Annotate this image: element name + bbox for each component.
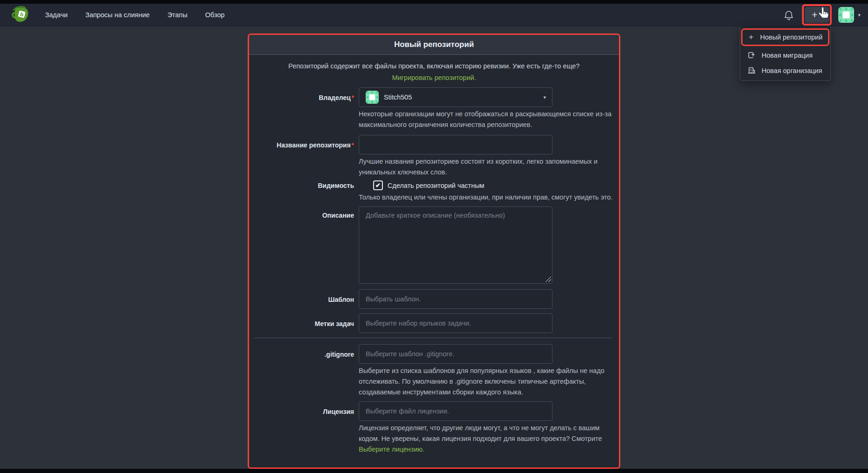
description-row: Описание xyxy=(249,207,619,284)
description-label-text: Описание xyxy=(322,212,354,219)
required-asterisk: * xyxy=(352,94,354,101)
gitignore-input[interactable] xyxy=(359,344,552,364)
license-input[interactable] xyxy=(359,401,552,421)
owner-row: Владелец* Stitch505 ▾ xyxy=(249,87,619,130)
required-asterisk: * xyxy=(352,141,354,149)
intro-text: Репозиторий содержит все файлы проекта, … xyxy=(289,62,580,70)
owner-value: Stitch505 xyxy=(384,93,412,101)
gitea-logo-icon[interactable]: b xyxy=(9,6,30,24)
chevron-down-icon: ▾ xyxy=(820,13,822,18)
create-dropdown-menu: + Новый репозиторий Новая миграция Новая… xyxy=(740,27,831,81)
chevron-down-icon: ▾ xyxy=(858,13,861,18)
avatar[interactable] xyxy=(838,7,854,23)
annotation-box-new-repository: + Новый репозиторий xyxy=(741,28,829,46)
gitignore-help: Выберите из списка шаблонов для популярн… xyxy=(359,366,615,398)
nav-link-issues[interactable]: Задачи xyxy=(36,11,77,19)
repo-name-help: Лучшие названия репозиториев состоят из … xyxy=(359,156,615,178)
issue-labels-input[interactable] xyxy=(359,313,552,333)
description-label: Описание xyxy=(249,207,359,284)
license-label: Лицензия xyxy=(249,401,359,455)
resize-handle[interactable] xyxy=(546,276,551,282)
template-label-text: Шаблон xyxy=(328,296,354,303)
create-new-button[interactable]: + ▾ xyxy=(805,7,829,23)
organization-icon xyxy=(747,67,756,74)
gitignore-label: .gitignore xyxy=(249,344,359,398)
form-title: Новый репозиторий xyxy=(249,35,619,55)
menu-item-label: Новая организация xyxy=(762,67,822,74)
owner-avatar xyxy=(366,91,379,104)
issue-labels-label: Метки задач xyxy=(249,313,359,333)
check-icon: ✔ xyxy=(375,182,381,189)
repo-name-label: Название репозитория* xyxy=(249,135,359,178)
menu-item-new-migration[interactable]: Новая миграция xyxy=(740,47,830,63)
plus-icon: + xyxy=(812,10,817,20)
visibility-row: Видимость ✔ Сделать репозиторий частным … xyxy=(249,180,619,203)
issue-labels-row: Метки задач xyxy=(249,313,619,333)
visibility-help: Только владелец или члены организации, п… xyxy=(359,192,615,203)
license-help-text: Лицензия определяет, что другие люди мог… xyxy=(359,424,602,442)
migrate-repository-link[interactable]: Мигрировать репозиторий. xyxy=(392,74,476,81)
owner-label-text: Владелец xyxy=(319,94,351,101)
gitignore-row: .gitignore Выберите из списка шаблонов д… xyxy=(249,344,619,398)
window-top-edge xyxy=(0,0,868,4)
menu-item-new-repository[interactable]: + Новый репозиторий xyxy=(743,30,828,45)
description-textarea[interactable] xyxy=(359,207,552,284)
navbar: b Задачи Запросы на слияние Этапы Обзор … xyxy=(0,4,868,27)
license-help: Лицензия определяет, что другие люди мог… xyxy=(359,423,615,455)
nav-link-explore[interactable]: Обзор xyxy=(196,11,233,19)
license-row: Лицензия Лицензия определяет, что другие… xyxy=(249,401,619,455)
owner-label: Владелец* xyxy=(249,87,359,130)
choose-license-link[interactable]: Выберите лицензию. xyxy=(359,446,424,453)
nav-link-milestones[interactable]: Этапы xyxy=(158,11,196,19)
repo-name-label-text: Название репозитория xyxy=(276,141,350,149)
chevron-down-icon: ▾ xyxy=(543,95,546,100)
gitignore-label-text: .gitignore xyxy=(324,351,354,358)
plus-icon: + xyxy=(748,33,754,42)
issue-labels-label-text: Метки задач xyxy=(315,320,354,327)
template-input[interactable] xyxy=(359,289,552,309)
visibility-label-text: Видимость xyxy=(318,182,354,189)
migration-icon xyxy=(747,51,756,59)
visibility-label: Видимость xyxy=(249,180,359,203)
template-label: Шаблон xyxy=(249,289,359,309)
notifications-bell-icon[interactable] xyxy=(783,9,795,21)
user-menu[interactable]: ▾ xyxy=(838,7,861,23)
private-checkbox-label[interactable]: Сделать репозиторий частным xyxy=(388,182,484,189)
menu-item-new-organization[interactable]: Новая организация xyxy=(740,63,830,78)
template-row: Шаблон xyxy=(249,289,619,309)
repo-name-input[interactable] xyxy=(359,135,552,154)
menu-item-label: Новая миграция xyxy=(762,52,813,59)
section-divider xyxy=(254,338,612,338)
form-body: Репозиторий содержит все файлы проекта, … xyxy=(249,55,619,455)
owner-select[interactable]: Stitch505 ▾ xyxy=(359,87,552,107)
license-label-text: Лицензия xyxy=(323,408,354,415)
owner-help: Некоторые организации могут не отображат… xyxy=(359,109,615,130)
menu-item-label: Новый репозиторий xyxy=(760,33,822,41)
nav-link-pull-requests[interactable]: Запросы на слияние xyxy=(77,11,158,19)
repo-name-row: Название репозитория* Лучшие названия ре… xyxy=(249,135,619,178)
annotation-box-plus-button: + ▾ xyxy=(802,4,832,26)
new-repository-form: Новый репозиторий Репозиторий содержит в… xyxy=(248,33,620,469)
window-bottom-edge xyxy=(0,469,868,473)
form-intro: Репозиторий содержит все файлы проекта, … xyxy=(271,60,597,84)
private-checkbox[interactable]: ✔ xyxy=(373,180,383,190)
